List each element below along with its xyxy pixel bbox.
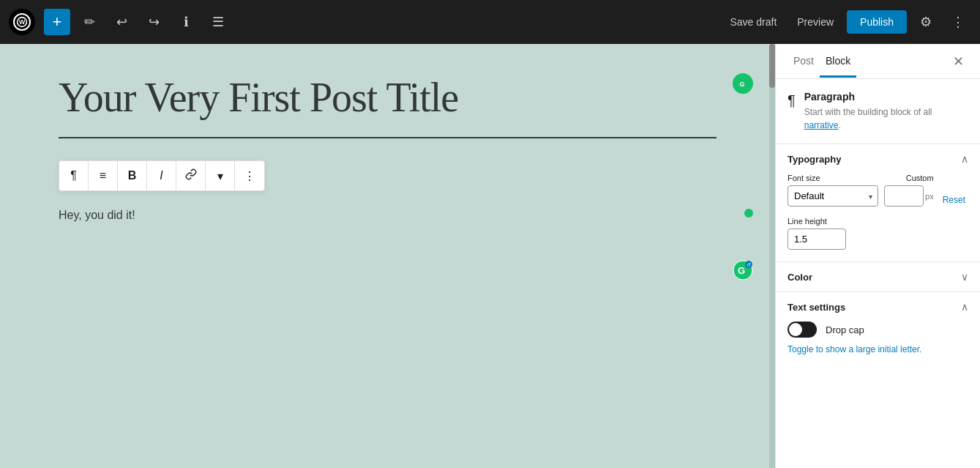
drop-cap-description: Toggle to show a large initial letter. bbox=[788, 343, 968, 356]
italic-icon: I bbox=[160, 169, 162, 182]
narrative-link[interactable]: narrative bbox=[804, 120, 839, 130]
wp-logo-icon: W bbox=[13, 13, 31, 31]
post-title[interactable]: Your Very First Post Title bbox=[59, 73, 717, 122]
drop-cap-toggle[interactable] bbox=[788, 322, 817, 338]
tools-button[interactable]: ✏ bbox=[76, 9, 102, 35]
svg-text:G: G bbox=[738, 265, 745, 276]
svg-text:G: G bbox=[740, 81, 745, 88]
paragraph-content[interactable]: Hey, you did it! bbox=[59, 206, 717, 225]
bold-icon: B bbox=[128, 169, 137, 182]
info-icon: ℹ bbox=[184, 14, 189, 30]
undo-button[interactable]: ↩ bbox=[108, 9, 135, 35]
toolbar-right: Save draft Preview Publish ⚙ ⋮ bbox=[722, 9, 971, 35]
text-settings-title: Text settings bbox=[788, 302, 845, 313]
list-view-button[interactable]: ☰ bbox=[205, 9, 231, 35]
redo-icon: ↪ bbox=[149, 14, 160, 30]
add-block-button[interactable]: + bbox=[44, 9, 70, 35]
block-info-text: Paragraph Start with the building block … bbox=[804, 91, 968, 132]
preview-button[interactable]: Preview bbox=[790, 12, 841, 32]
font-size-label: Font size bbox=[788, 174, 878, 182]
font-size-reset-button[interactable]: Reset bbox=[940, 193, 968, 207]
chevron-down-icon: ▾ bbox=[217, 169, 223, 183]
redo-button[interactable]: ↪ bbox=[141, 9, 167, 35]
more-options-button[interactable]: ⋮ bbox=[945, 9, 971, 35]
font-size-select-wrap: Default Small Normal Large Larger ▾ bbox=[788, 185, 878, 207]
publish-button[interactable]: Publish bbox=[847, 10, 907, 34]
color-title: Color bbox=[788, 272, 812, 283]
align-button[interactable]: ≡ bbox=[89, 161, 118, 190]
vertical-dots-icon: ⋮ bbox=[951, 14, 965, 30]
grammarly-icon-1: G bbox=[733, 73, 753, 94]
undo-icon: ↩ bbox=[116, 14, 127, 30]
typography-chevron-up-icon: ∧ bbox=[961, 153, 968, 165]
drop-cap-row: Drop cap bbox=[788, 322, 968, 338]
editor-content: G Your Very First Post Title G ↺ ¶ bbox=[0, 44, 775, 254]
more-rich-text-controls-button[interactable]: ▾ bbox=[206, 161, 235, 190]
drop-cap-label: Drop cap bbox=[826, 324, 864, 335]
right-sidebar: Post Block ✕ ¶ Paragraph Start with the … bbox=[775, 44, 980, 468]
typography-section-header[interactable]: Typography ∧ bbox=[776, 144, 980, 174]
block-info-section: ¶ Paragraph Start with the building bloc… bbox=[776, 79, 980, 144]
svg-text:↺: ↺ bbox=[747, 262, 751, 267]
text-settings-section: Text settings ∧ Drop cap Toggle to show … bbox=[776, 292, 980, 368]
paragraph-block-icon: ¶ bbox=[788, 92, 796, 109]
custom-label: Custom bbox=[884, 174, 934, 182]
line-height-control: Line height bbox=[788, 217, 968, 250]
bold-button[interactable]: B bbox=[118, 161, 147, 190]
block-title: Paragraph bbox=[804, 91, 968, 103]
typography-title: Typography bbox=[788, 154, 841, 165]
font-size-select[interactable]: Default Small Normal Large Larger bbox=[788, 185, 878, 207]
align-icon: ≡ bbox=[100, 169, 106, 182]
save-draft-button[interactable]: Save draft bbox=[722, 12, 784, 32]
more-options-icon: ⋮ bbox=[244, 169, 255, 183]
line-height-input[interactable] bbox=[788, 229, 846, 250]
block-info-header: ¶ Paragraph Start with the building bloc… bbox=[788, 91, 968, 132]
block-description: Start with the building block of all nar… bbox=[804, 105, 968, 132]
main-area: G Your Very First Post Title G ↺ ¶ bbox=[0, 44, 980, 468]
font-size-control: Font size Default Small Normal Large Lar… bbox=[788, 174, 878, 207]
typography-section: Typography ∧ Font size Default Small Nor… bbox=[776, 144, 980, 262]
link-button[interactable] bbox=[176, 161, 206, 190]
list-icon: ☰ bbox=[212, 14, 224, 30]
block-options-button[interactable]: ⋮ bbox=[235, 161, 264, 190]
px-unit-label: px bbox=[925, 192, 934, 201]
close-sidebar-button[interactable]: ✕ bbox=[948, 51, 968, 72]
title-divider bbox=[59, 137, 717, 138]
text-settings-content: Drop cap Toggle to show a large initial … bbox=[776, 322, 980, 368]
block-formatting-toolbar: ¶ ≡ B I bbox=[59, 160, 265, 191]
paragraph-icon: ¶ bbox=[70, 169, 77, 182]
tab-post[interactable]: Post bbox=[788, 46, 820, 78]
color-chevron-down-icon: ∨ bbox=[961, 271, 968, 283]
custom-px-input[interactable] bbox=[884, 185, 924, 207]
text-settings-header[interactable]: Text settings ∧ bbox=[776, 292, 980, 322]
grammarly-dot bbox=[744, 209, 753, 218]
line-height-label: Line height bbox=[788, 217, 968, 226]
custom-px-control: Custom px bbox=[884, 174, 934, 207]
toggle-knob bbox=[789, 323, 802, 336]
info-button[interactable]: ℹ bbox=[173, 9, 199, 35]
paragraph-style-button[interactable]: ¶ bbox=[59, 161, 89, 190]
sidebar-tabs: Post Block ✕ bbox=[776, 44, 980, 79]
color-section-header[interactable]: Color ∨ bbox=[776, 262, 980, 292]
color-section: Color ∨ bbox=[776, 262, 980, 292]
plus-icon: + bbox=[53, 12, 62, 31]
typography-content: Font size Default Small Normal Large Lar… bbox=[776, 174, 980, 261]
gear-icon: ⚙ bbox=[920, 14, 932, 30]
custom-px-wrap: px bbox=[884, 185, 934, 207]
tab-block[interactable]: Block bbox=[820, 46, 856, 78]
pencil-icon: ✏ bbox=[84, 14, 95, 30]
top-toolbar: W + ✏ ↩ ↪ ℹ ☰ Save draft Preview Publish… bbox=[0, 0, 980, 44]
grammarly-icon-2: G ↺ bbox=[733, 260, 753, 283]
italic-button[interactable]: I bbox=[147, 161, 176, 190]
svg-text:W: W bbox=[19, 18, 26, 26]
wp-logo[interactable]: W bbox=[9, 9, 35, 35]
close-icon: ✕ bbox=[953, 53, 964, 70]
settings-button[interactable]: ⚙ bbox=[913, 9, 939, 35]
link-icon bbox=[185, 168, 197, 183]
editor-area[interactable]: G Your Very First Post Title G ↺ ¶ bbox=[0, 44, 775, 468]
text-settings-chevron-up-icon: ∧ bbox=[961, 301, 968, 313]
